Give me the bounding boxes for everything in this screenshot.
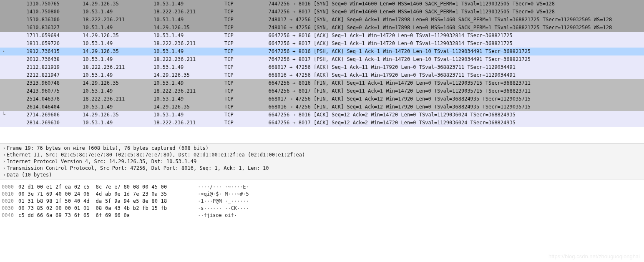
hex-offset: 0020 xyxy=(2,198,18,205)
detail-text: Ethernet II, Src: 02:c5:8c:7e:e7:80 (02:… xyxy=(7,152,305,158)
detail-text: Internet Protocol Version 4, Src: 14.29.… xyxy=(7,159,196,164)
col-time: 13.960748 xyxy=(33,79,83,87)
packet-row[interactable]: 1310.75076514.29.126.3510.53.1.49TCP7447… xyxy=(0,0,644,8)
hex-row[interactable]: 0040c5 dd 66 6a 69 73 6f 65 6f 69 66 0a·… xyxy=(2,212,642,219)
col-info: 47256 → 8016 [ACK] Seq=12 Ack=2 Win=1472… xyxy=(274,111,644,119)
chevron-right-icon[interactable]: › xyxy=(2,145,7,151)
col-time: 10.750800 xyxy=(33,8,83,16)
chevron-right-icon[interactable]: › xyxy=(2,159,7,164)
packet-row[interactable]: 2313.96074814.29.126.3510.53.1.49TCP6647… xyxy=(0,79,644,87)
detail-row[interactable]: ›Transmission Control Protocol, Src Port… xyxy=(0,165,644,171)
hex-row[interactable]: 000002 d1 00 e1 2f ea 02 c5 8c 7e e7 80 … xyxy=(2,184,642,191)
packet-row[interactable]: 2413.96077510.53.1.4918.222.236.211TCP66… xyxy=(0,87,644,95)
hex-ascii: ·>qi@·$· M···~#·5 xyxy=(198,191,249,198)
packet-row[interactable]: 1510.83630018.222.236.21110.53.1.49TCP74… xyxy=(0,16,644,24)
detail-row[interactable]: ›Frame 19: 76 bytes on wire (608 bits), … xyxy=(0,145,644,151)
col-no: 13 xyxy=(8,0,33,8)
col-info: 47256 → 8017 [FIN, ACK] Seq=11 Ack=1 Win… xyxy=(274,87,644,95)
packet-row[interactable]: └2714.26960614.29.126.3510.53.1.49TCP664… xyxy=(0,111,644,119)
packet-row[interactable]: 2614.04640410.53.1.4914.29.126.35TCP6680… xyxy=(0,103,644,111)
tree-marker xyxy=(0,103,8,111)
packet-row[interactable]: 1811.05972010.53.1.4918.222.236.211TCP66… xyxy=(0,40,644,48)
packet-row[interactable]: 2012.73643810.53.1.4918.222.236.211TCP76… xyxy=(0,55,644,63)
hex-ascii: ····/··· ·~····E· xyxy=(198,184,249,191)
col-time: 10.750765 xyxy=(33,0,83,8)
hex-row[interactable]: 001000 3e 71 69 40 00 24 06 4d ab 0e 1d … xyxy=(2,191,642,198)
col-no: 25 xyxy=(8,95,33,103)
packet-details-pane[interactable]: ›Frame 19: 76 bytes on wire (608 bits), … xyxy=(0,144,644,179)
tree-marker xyxy=(0,71,8,79)
col-destination: 18.222.236.211 xyxy=(153,40,224,48)
packet-row[interactable]: 1711.05969414.29.126.3510.53.1.49TCP6647… xyxy=(0,32,644,40)
col-source: 18.222.236.211 xyxy=(83,95,153,103)
tree-marker: · xyxy=(0,48,8,55)
tree-marker xyxy=(0,55,8,63)
col-destination: 10.53.1.49 xyxy=(153,95,224,103)
col-destination: 10.53.1.49 xyxy=(153,0,224,8)
col-protocol: TCP xyxy=(224,103,258,111)
hex-bytes: 02 d1 00 e1 2f ea 02 c5 8c 7e e7 80 08 0… xyxy=(18,184,198,191)
col-destination: 14.29.126.35 xyxy=(153,103,224,111)
col-source: 10.53.1.49 xyxy=(83,119,153,127)
col-length: 66 xyxy=(258,63,274,71)
packet-hex-pane[interactable]: 000002 d1 00 e1 2f ea 02 c5 8c 7e e7 80 … xyxy=(0,179,644,223)
col-time: 11.059720 xyxy=(33,40,83,48)
col-length: 66 xyxy=(258,79,274,87)
chevron-right-icon[interactable]: › xyxy=(2,172,7,178)
chevron-right-icon[interactable]: › xyxy=(2,165,7,171)
col-info: 8017 → 47256 [SYN, ACK] Seq=0 Ack=1 Win=… xyxy=(274,16,644,24)
hex-bytes: c5 dd 66 6a 69 73 6f 65 6f 69 66 0a xyxy=(18,212,198,219)
packet-row[interactable]: 1410.75080010.53.1.4918.222.236.211TCP74… xyxy=(0,8,644,16)
hex-ascii: ·1···P@M ·_······ xyxy=(198,198,249,205)
col-length: 66 xyxy=(258,95,274,103)
col-time: 11.059694 xyxy=(33,32,83,40)
col-time: 12.736438 xyxy=(33,55,83,63)
col-source: 10.53.1.49 xyxy=(83,103,153,111)
col-no: 24 xyxy=(8,87,33,95)
col-no: 18 xyxy=(8,40,33,48)
col-protocol: TCP xyxy=(224,24,258,32)
chevron-right-icon[interactable]: › xyxy=(2,152,7,158)
col-no: 28 xyxy=(8,119,33,127)
hex-row[interactable]: 003000 73 85 02 00 00 01 01 08 0a 43 4b … xyxy=(2,205,642,212)
packet-row[interactable]: 2212.82194710.53.1.4914.29.126.35TCP6680… xyxy=(0,71,644,79)
packet-row[interactable]: ·1912.73641514.29.126.3510.53.1.49TCP764… xyxy=(0,48,644,55)
hex-bytes: 00 3e 71 69 40 00 24 06 4d ab 0e 1d 7e 2… xyxy=(18,191,198,198)
col-no: 17 xyxy=(8,32,33,40)
col-no: 26 xyxy=(8,103,33,111)
col-info: 8017 → 47256 [FIN, ACK] Seq=1 Ack=12 Win… xyxy=(274,95,644,103)
col-info: 8017 → 47256 [ACK] Seq=1 Ack=11 Win=1792… xyxy=(274,63,644,71)
col-info: 8016 → 47256 [ACK] Seq=1 Ack=11 Win=1792… xyxy=(274,71,644,79)
tree-marker xyxy=(0,16,8,24)
col-no: 20 xyxy=(8,55,33,63)
col-protocol: TCP xyxy=(224,79,258,87)
packet-row[interactable]: 2514.04637818.222.236.21110.53.1.49TCP66… xyxy=(0,95,644,103)
col-destination: 14.29.126.35 xyxy=(153,24,224,32)
col-destination: 18.222.236.211 xyxy=(153,8,224,16)
hex-row[interactable]: 002001 31 b8 98 1f 50 40 4d da 5f 9a 94 … xyxy=(2,198,642,205)
detail-row[interactable]: ›Ethernet II, Src: 02:c5:8c:7e:e7:80 (02… xyxy=(0,151,644,158)
col-length: 74 xyxy=(258,16,274,24)
col-length: 66 xyxy=(258,40,274,48)
col-destination: 10.53.1.49 xyxy=(153,16,224,24)
packet-list[interactable]: 1310.75076514.29.126.3510.53.1.49TCP7447… xyxy=(0,0,644,127)
col-destination: 10.53.1.49 xyxy=(153,32,224,40)
col-time: 10.836300 xyxy=(33,16,83,24)
hex-bytes: 01 31 b8 98 1f 50 40 4d da 5f 9a 94 e5 8… xyxy=(18,198,198,205)
packet-row[interactable]: 1610.83632710.53.1.4914.29.126.35TCP7480… xyxy=(0,24,644,32)
tree-marker xyxy=(0,24,8,32)
col-no: 16 xyxy=(8,24,33,32)
col-time: 10.836327 xyxy=(33,24,83,32)
packet-row[interactable]: 2814.26963010.53.1.4918.222.236.211TCP66… xyxy=(0,119,644,127)
col-destination: 10.53.1.49 xyxy=(153,63,224,71)
tree-marker xyxy=(0,8,8,16)
col-destination: 18.222.236.211 xyxy=(153,119,224,127)
detail-row[interactable]: ›Data (10 bytes) xyxy=(0,171,644,178)
detail-row[interactable]: ›Internet Protocol Version 4, Src: 14.29… xyxy=(0,158,644,165)
col-destination: 10.53.1.49 xyxy=(153,79,224,87)
col-no: 19 xyxy=(8,48,33,55)
packet-row[interactable]: 2112.82191918.222.236.21110.53.1.49TCP66… xyxy=(0,63,644,71)
col-source: 10.53.1.49 xyxy=(83,71,153,79)
tree-marker xyxy=(0,32,8,40)
col-info: 47256 → 8016 [ACK] Seq=1 Ack=1 Win=14720… xyxy=(274,32,644,40)
